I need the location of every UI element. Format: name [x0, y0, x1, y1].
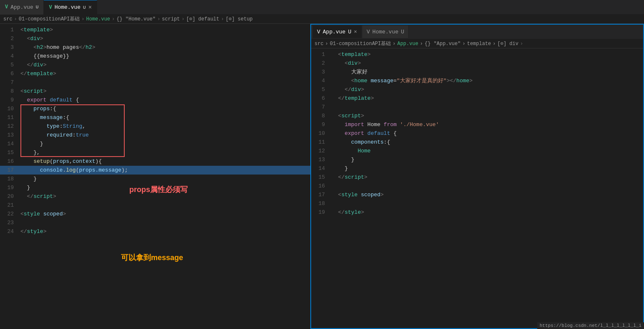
token: home [456, 78, 469, 84]
line-number: 24 [0, 227, 19, 236]
token: template [24, 27, 50, 33]
breadcrumb-separator: › [392, 41, 395, 47]
token: > [53, 71, 56, 77]
token: setup [33, 158, 50, 164]
token: </ [20, 193, 33, 200]
breadcrumb-item: [⊙] default [186, 16, 219, 22]
code-line: 15 }, [0, 148, 310, 157]
line-number: 7 [311, 103, 330, 111]
line-number: 20 [0, 192, 19, 201]
breadcrumb-item: 01-compositionAPI基础 [330, 40, 391, 47]
code-line: 8<script> [0, 87, 310, 96]
token: } [351, 157, 355, 163]
token: , [69, 158, 73, 164]
tab-modified: U [36, 5, 39, 10]
tab-label: App.vue [323, 29, 346, 35]
token: </ [20, 228, 27, 235]
token: ){ [95, 158, 102, 164]
breadcrumb-item: script [162, 16, 180, 22]
breadcrumb-separator: › [112, 16, 115, 22]
left-tab-bar: VApp.vueUVHome.vueU× [0, 0, 644, 15]
code-line: 4 <home message="大家好才是真的好"></home> [311, 76, 643, 85]
code-line: 15 </script> [311, 173, 643, 182]
token: > [361, 113, 364, 119]
tab-close[interactable]: × [354, 29, 357, 35]
code-line: 13 required:true [0, 131, 310, 139]
line-content: <style scoped> [19, 210, 310, 218]
tab-modified: U [401, 29, 404, 35]
tab-home-vue[interactable]: VHome.vueU× [44, 0, 97, 15]
line-content: <home message="大家好才是真的好"></home> [330, 76, 643, 85]
code-line: 4 {{message}} [0, 52, 310, 61]
token: </ [20, 71, 27, 77]
token: > [40, 35, 43, 42]
token: console [40, 167, 63, 173]
line-content: setup(props,context){ [19, 157, 310, 166]
token: > [43, 62, 47, 68]
line-content: } [19, 139, 310, 148]
code-line: 12 type:String, [0, 122, 310, 131]
token: > [43, 228, 47, 235]
line-content [19, 78, 310, 87]
token: > [371, 95, 374, 101]
line-content: <template> [330, 50, 643, 59]
line-number: 11 [311, 138, 330, 147]
token: > [361, 209, 364, 215]
code-line: 17 console.log(props.message); [0, 166, 310, 175]
right-tab-app-vue-r[interactable]: VApp.vueU× [313, 25, 362, 38]
token: required [46, 132, 72, 138]
line-number: 5 [311, 85, 330, 94]
breadcrumb-item: {} "Home.vue" [116, 16, 156, 22]
breadcrumb-item: {} "App.vue" [425, 41, 460, 47]
token: script [24, 88, 43, 94]
line-number: 1 [0, 25, 19, 34]
line-content: </template> [330, 94, 643, 103]
code-line: 7 [311, 103, 643, 111]
line-number: 16 [0, 157, 19, 166]
code-line: 1<template> [0, 25, 310, 34]
breadcrumb-separator: › [14, 16, 17, 22]
vue-icon: V [49, 5, 52, 10]
token: } [27, 185, 30, 191]
bottom-link: https://blog.csdn.net/l_l_l_l_l_l_l_i [537, 322, 644, 329]
token: </ [450, 78, 456, 84]
code-line: 16 setup(props,context){ [0, 157, 310, 166]
token: style [345, 209, 361, 215]
line-number: 14 [311, 164, 330, 173]
editor-layout: VApp.vueUVHome.vueU× src›01-compositionA… [0, 0, 644, 329]
line-number: 6 [311, 94, 330, 103]
token: './Home.vue' [400, 121, 439, 128]
token [20, 106, 33, 112]
token [332, 130, 345, 137]
code-line: 9 export default { [0, 96, 310, 104]
token: template [341, 51, 367, 58]
left-breadcrumb: src›01-compositionAPI基础›Home.vue›{} "Hom… [0, 15, 644, 24]
token [40, 211, 43, 217]
line-content: </style> [330, 208, 643, 217]
code-line: 18 } [0, 175, 310, 183]
line-number: 6 [0, 69, 19, 78]
token: > [43, 88, 47, 94]
tab-close[interactable]: × [88, 4, 92, 11]
code-line: 5 </div> [0, 61, 310, 69]
breadcrumb-item: [⊙] div [498, 40, 518, 47]
token: > [63, 211, 66, 217]
token: 大家好 [351, 69, 367, 75]
token [20, 123, 46, 129]
line-content: </script> [19, 192, 310, 201]
line-content [330, 182, 643, 190]
line-content: Home [330, 147, 643, 155]
code-line: 7 [0, 78, 310, 87]
line-number: 19 [311, 208, 330, 217]
code-line: 18 [311, 199, 643, 208]
token: < [20, 35, 30, 42]
right-tab-home-vue-r[interactable]: VHome.vueU [362, 25, 409, 38]
right-tab-bar: VApp.vueU×VHome.vueU [311, 25, 643, 39]
tab-app-vue[interactable]: VApp.vueU [0, 0, 44, 15]
line-content [330, 199, 643, 208]
token: ( [50, 158, 53, 164]
line-content [19, 218, 310, 227]
token [20, 158, 33, 164]
token: from [384, 121, 400, 128]
line-number: 9 [311, 120, 330, 129]
